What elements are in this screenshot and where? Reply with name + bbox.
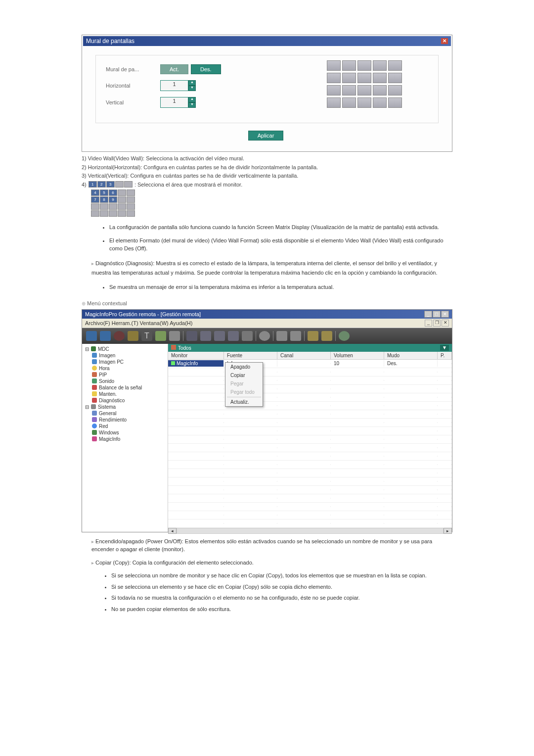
app-titlebar: MagicInfoPro Gestión remota - [Gestión r…: [82, 310, 452, 319]
menubar-text[interactable]: Archivo(F) Herram.(T) Ventana(W) Ayuda(H…: [85, 320, 192, 326]
toolbar-icon-paste-all[interactable]: [228, 331, 239, 341]
vertical-stepper[interactable]: 1 ▲ ▼: [160, 97, 196, 108]
menu-actualiz[interactable]: Actualiz.: [225, 398, 263, 406]
chevron-down-icon[interactable]: ▼: [188, 86, 196, 91]
tree-root[interactable]: ⊟ MDC: [84, 346, 166, 352]
col-canal[interactable]: Canal: [277, 352, 331, 359]
scroll-right-icon[interactable]: ▸: [444, 528, 452, 534]
toolbar-icon-copy[interactable]: [200, 331, 211, 341]
toolbar-icon-info[interactable]: [339, 331, 350, 341]
vertical-label: Vertical: [106, 99, 160, 105]
minimize-icon[interactable]: _: [424, 311, 432, 318]
tree-pip[interactable]: PIP: [84, 372, 166, 378]
aplicar-button[interactable]: Aplicar: [248, 131, 284, 141]
cell-volumen: 10: [331, 360, 384, 367]
tree-manten[interactable]: Manten.: [84, 391, 166, 397]
toolbar-icon-15[interactable]: [290, 331, 301, 341]
bullet-copy-2: Si se selecciona un elemento y se hace c…: [111, 583, 452, 591]
toolbar-icon-6[interactable]: [155, 331, 166, 341]
dialog-titlebar: Mural de pantallas ✕: [83, 36, 451, 46]
context-menu: Apagado Copiar Pegar Pegar todo Actualiz…: [225, 362, 263, 407]
act-button[interactable]: Act.: [160, 64, 188, 74]
bullet-copy-1: Si se selecciona un nombre de monitor y …: [111, 571, 452, 580]
close-icon[interactable]: ✕: [441, 38, 448, 44]
context-menu-heading: Menú contextual: [87, 300, 127, 306]
horizontal-scrollbar[interactable]: ◂ ▸: [168, 528, 452, 534]
desc-line-1: 1) Video Wall(Video Wall): Selecciona la…: [82, 154, 452, 163]
horizontal-value: 1: [160, 80, 188, 91]
mural-label: Mural de pa...: [106, 66, 160, 72]
chevron-down-icon[interactable]: ▼: [188, 102, 196, 108]
col-mudo[interactable]: Mudo: [384, 352, 438, 359]
diagnosis-marker-icon: ▸: [91, 261, 94, 266]
menu-copiar[interactable]: Copiar: [225, 371, 263, 379]
desc-line-4: 4) 123 : Selecciona el área que mostrará…: [82, 181, 452, 189]
toolbar-icon-gear[interactable]: [259, 331, 270, 341]
video-wall-dialog: Mural de pantallas ✕ Mural de pa... Act.…: [82, 35, 452, 152]
cell-p: [438, 363, 452, 364]
diagnosis-paragraph: Diagnóstico (Diagnosis): Muestra si es c…: [91, 260, 437, 276]
toolbar-icon-1[interactable]: [86, 331, 97, 341]
chevron-up-icon[interactable]: ▲: [188, 97, 196, 102]
toolbar-icon-7[interactable]: [169, 331, 180, 341]
tree-windows[interactable]: Windows: [84, 429, 166, 436]
sub-close-icon[interactable]: ✕: [442, 320, 449, 327]
toolbar-icon-redo[interactable]: [321, 331, 332, 341]
tree-sistema[interactable]: ⊟ Sistema: [84, 404, 166, 410]
tree-diagnostico[interactable]: Diagnóstico: [84, 397, 166, 404]
bullet-copy-4: No se pueden copiar elementos de sólo es…: [111, 605, 452, 614]
tree-magicinfo[interactable]: MagicInfo: [84, 436, 166, 442]
tree-imagen-pc[interactable]: Imagen PC: [84, 359, 166, 365]
dropdown-arrow-icon[interactable]: ▼: [440, 345, 449, 351]
mini-grid-icon: 123: [88, 181, 133, 188]
table-body: MagicInfo Info 10 Des.: [168, 360, 452, 528]
toolbar-icon-delete[interactable]: [242, 331, 253, 341]
toolbar-icon-paste[interactable]: [214, 331, 225, 341]
power-paragraph: Encendido/apagado (Power On/Off): Estos …: [91, 538, 432, 553]
table-header: Monitor Fuente Canal Volumen Mudo P.: [168, 352, 452, 360]
bullet-formato: El elemento Formato (del mural de vídeo)…: [109, 236, 452, 253]
horizontal-stepper[interactable]: 1 ▲ ▼: [160, 80, 196, 91]
mini-grid-full-icon: 456 789: [90, 189, 135, 217]
tree-imagen[interactable]: Imagen: [84, 352, 166, 359]
table-row[interactable]: MagicInfo Info 10 Des.: [168, 360, 452, 368]
tree-sonido[interactable]: Sonido: [84, 378, 166, 384]
toolbar-icon-wrench[interactable]: [128, 331, 138, 341]
toolbar-icon-8[interactable]: [186, 331, 197, 341]
toolbar-icon-t[interactable]: T: [141, 331, 152, 341]
chevron-up-icon[interactable]: ▲: [188, 80, 196, 86]
bullet-copy-3: Si todavía no se muestra la configuració…: [111, 594, 452, 602]
col-fuente[interactable]: Fuente: [224, 352, 277, 359]
sub-restore-icon[interactable]: ❐: [433, 320, 441, 327]
maximize-icon[interactable]: □: [433, 311, 441, 318]
tree-balance[interactable]: Balance de la señal: [84, 384, 166, 391]
col-p[interactable]: P.: [438, 352, 452, 359]
close-icon[interactable]: ✕: [441, 311, 449, 318]
copy-paragraph: Copiar (Copy): Copia la configuración de…: [95, 560, 254, 566]
horizontal-label: Horizontal: [106, 83, 160, 89]
tree-red[interactable]: Red: [84, 423, 166, 429]
col-monitor[interactable]: Monitor: [168, 352, 224, 359]
scroll-left-icon[interactable]: ◂: [168, 528, 177, 534]
cell-mudo: Des.: [384, 360, 438, 367]
bullet-config: La configuración de pantalla sólo funcio…: [109, 223, 452, 232]
menu-pegar: Pegar: [225, 379, 263, 388]
tree-rendimiento[interactable]: Rendimiento: [84, 417, 166, 423]
des-button[interactable]: Des.: [191, 64, 221, 74]
menubar: Archivo(F) Herram.(T) Ventana(W) Ayuda(H…: [82, 319, 452, 328]
tree-general[interactable]: General: [84, 410, 166, 417]
cell-canal: [277, 363, 331, 364]
menu-apagado[interactable]: Apagado: [225, 363, 263, 371]
tree-hora[interactable]: Hora: [84, 365, 166, 372]
app-window: MagicInfoPro Gestión remota - [Gestión r…: [82, 309, 452, 532]
toolbar-icon-2[interactable]: [100, 331, 111, 341]
app-title: MagicInfoPro Gestión remota - [Gestión r…: [85, 311, 201, 317]
toolbar-icon-undo[interactable]: [308, 331, 318, 341]
grid-preview: [327, 60, 403, 110]
toolbar-icon-3[interactable]: [114, 331, 125, 341]
toolbar-icon-14[interactable]: [276, 331, 287, 341]
window-controls: _ □ ✕: [424, 311, 449, 318]
col-volumen[interactable]: Volumen: [331, 352, 384, 359]
bullet-diag: Se muestra un mensaje de error si la tem…: [109, 283, 452, 291]
sub-minimize-icon[interactable]: _: [425, 320, 432, 327]
